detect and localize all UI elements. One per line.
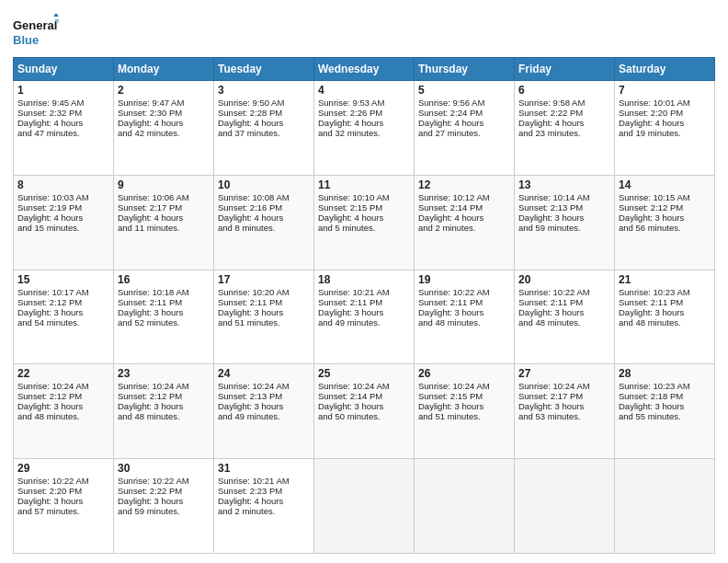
day-info-line: Daylight: 4 hours [318, 118, 410, 128]
day-info-line: Daylight: 4 hours [118, 118, 210, 128]
day-info-line: Sunset: 2:12 PM [118, 391, 210, 401]
day-info-line: and 5 minutes. [318, 223, 410, 233]
calendar-day-header: Wednesday [314, 58, 415, 81]
logo: General Blue [13, 13, 59, 52]
day-number: 23 [118, 367, 210, 380]
calendar-week-row: 1Sunrise: 9:45 AMSunset: 2:32 PMDaylight… [14, 81, 715, 176]
day-number: 12 [418, 178, 510, 191]
day-number: 24 [218, 367, 310, 380]
day-info-line: Sunrise: 10:24 AM [218, 381, 310, 391]
calendar-cell: 11Sunrise: 10:10 AMSunset: 2:15 PMDaylig… [314, 175, 415, 270]
day-number: 31 [218, 462, 310, 475]
day-number: 27 [518, 367, 610, 380]
day-number: 22 [17, 367, 109, 380]
calendar-cell: 31Sunrise: 10:21 AMSunset: 2:23 PMDaylig… [214, 459, 314, 554]
day-info-line: Daylight: 4 hours [418, 118, 510, 128]
calendar-cell: 2Sunrise: 9:47 AMSunset: 2:30 PMDaylight… [114, 81, 214, 176]
day-info-line: Daylight: 3 hours [218, 401, 310, 411]
day-info-line: Sunrise: 10:22 AM [118, 476, 210, 486]
day-info-line: and 59 minutes. [518, 223, 610, 233]
day-number: 10 [218, 178, 310, 191]
day-number: 13 [518, 178, 610, 191]
day-info-line: Daylight: 3 hours [619, 213, 711, 223]
day-info-line: and 56 minutes. [619, 223, 711, 233]
day-info-line: Sunset: 2:11 PM [218, 297, 310, 307]
day-info-line: Daylight: 4 hours [318, 213, 410, 223]
day-info-line: Sunset: 2:12 PM [17, 297, 109, 307]
calendar-header-row: SundayMondayTuesdayWednesdayThursdayFrid… [14, 58, 715, 81]
day-info-line: Sunrise: 10:24 AM [518, 381, 610, 391]
day-info-line: Daylight: 3 hours [118, 401, 210, 411]
calendar-cell [314, 459, 415, 554]
day-info-line: Daylight: 3 hours [518, 213, 610, 223]
day-info-line: Daylight: 4 hours [118, 213, 210, 223]
calendar-cell: 29Sunrise: 10:22 AMSunset: 2:20 PMDaylig… [14, 459, 114, 554]
day-info-line: Sunset: 2:12 PM [17, 391, 109, 401]
calendar-cell: 4Sunrise: 9:53 AMSunset: 2:26 PMDaylight… [314, 81, 415, 176]
day-info-line: Sunrise: 10:24 AM [17, 381, 109, 391]
day-info-line: Sunset: 2:11 PM [318, 297, 410, 307]
day-info-line: and 59 minutes. [118, 506, 210, 516]
calendar-cell: 28Sunrise: 10:23 AMSunset: 2:18 PMDaylig… [615, 364, 715, 459]
day-info-line: Sunrise: 10:22 AM [418, 287, 510, 297]
day-info-line: Sunrise: 10:21 AM [218, 476, 310, 486]
day-number: 25 [318, 367, 410, 380]
day-info-line: Sunset: 2:16 PM [218, 202, 310, 213]
day-info-line: Sunrise: 10:24 AM [118, 381, 210, 391]
day-info-line: Sunrise: 10:12 AM [418, 192, 510, 202]
day-info-line: Sunset: 2:19 PM [17, 202, 109, 213]
calendar-cell: 20Sunrise: 10:22 AMSunset: 2:11 PMDaylig… [515, 270, 615, 364]
day-info-line: and 15 minutes. [17, 223, 109, 233]
calendar-day-header: Tuesday [214, 58, 314, 81]
day-info-line: Sunrise: 10:14 AM [518, 192, 610, 202]
calendar-cell: 8Sunrise: 10:03 AMSunset: 2:19 PMDayligh… [14, 175, 114, 270]
day-info-line: Sunset: 2:24 PM [418, 108, 510, 118]
day-info-line: Daylight: 4 hours [518, 118, 610, 128]
calendar-cell: 30Sunrise: 10:22 AMSunset: 2:22 PMDaylig… [114, 459, 214, 554]
calendar-cell [615, 459, 715, 554]
calendar-cell: 7Sunrise: 10:01 AMSunset: 2:20 PMDayligh… [615, 81, 715, 176]
day-info-line: and 53 minutes. [518, 411, 610, 421]
day-info-line: and 42 minutes. [118, 128, 210, 138]
day-info-line: Daylight: 4 hours [17, 118, 109, 128]
day-info-line: Sunset: 2:30 PM [118, 108, 210, 118]
day-number: 11 [318, 178, 410, 191]
day-info-line: Sunset: 2:11 PM [619, 297, 711, 307]
day-info-line: and 49 minutes. [218, 411, 310, 421]
day-info-line: Sunrise: 10:15 AM [619, 192, 711, 202]
calendar-cell: 19Sunrise: 10:22 AMSunset: 2:11 PMDaylig… [415, 270, 515, 364]
day-info-line: Daylight: 3 hours [418, 401, 510, 411]
day-info-line: Daylight: 4 hours [17, 213, 109, 223]
logo-svg: General Blue [13, 13, 59, 52]
calendar-cell: 22Sunrise: 10:24 AMSunset: 2:12 PMDaylig… [14, 364, 114, 459]
day-info-line: Sunrise: 9:58 AM [518, 98, 610, 108]
day-info-line: and 48 minutes. [418, 317, 510, 327]
calendar-cell: 3Sunrise: 9:50 AMSunset: 2:28 PMDaylight… [214, 81, 314, 176]
day-number: 18 [318, 273, 410, 286]
calendar-cell: 14Sunrise: 10:15 AMSunset: 2:12 PMDaylig… [615, 175, 715, 270]
calendar-cell: 24Sunrise: 10:24 AMSunset: 2:13 PMDaylig… [214, 364, 314, 459]
day-info-line: and 37 minutes. [218, 128, 310, 138]
day-number: 26 [418, 367, 510, 380]
calendar-cell: 15Sunrise: 10:17 AMSunset: 2:12 PMDaylig… [14, 270, 114, 364]
calendar-day-header: Sunday [14, 58, 114, 81]
calendar-cell: 17Sunrise: 10:20 AMSunset: 2:11 PMDaylig… [214, 270, 314, 364]
day-info-line: Daylight: 3 hours [17, 401, 109, 411]
day-info-line: Daylight: 3 hours [318, 401, 410, 411]
calendar-cell: 10Sunrise: 10:08 AMSunset: 2:16 PMDaylig… [214, 175, 314, 270]
day-number: 14 [619, 178, 711, 191]
day-info-line: Sunset: 2:12 PM [619, 202, 711, 213]
day-info-line: and 2 minutes. [418, 223, 510, 233]
day-info-line: Daylight: 3 hours [518, 401, 610, 411]
day-info-line: and 55 minutes. [619, 411, 711, 421]
day-info-line: Sunset: 2:17 PM [118, 202, 210, 213]
day-info-line: and 27 minutes. [418, 128, 510, 138]
calendar-cell: 12Sunrise: 10:12 AMSunset: 2:14 PMDaylig… [415, 175, 515, 270]
day-info-line: Sunset: 2:32 PM [17, 108, 109, 118]
day-info-line: Sunrise: 10:21 AM [318, 287, 410, 297]
day-number: 6 [518, 84, 610, 97]
day-info-line: Sunrise: 10:22 AM [17, 476, 109, 486]
day-info-line: and 32 minutes. [318, 128, 410, 138]
day-info-line: Sunset: 2:22 PM [118, 486, 210, 496]
calendar-cell: 5Sunrise: 9:56 AMSunset: 2:24 PMDaylight… [415, 81, 515, 176]
